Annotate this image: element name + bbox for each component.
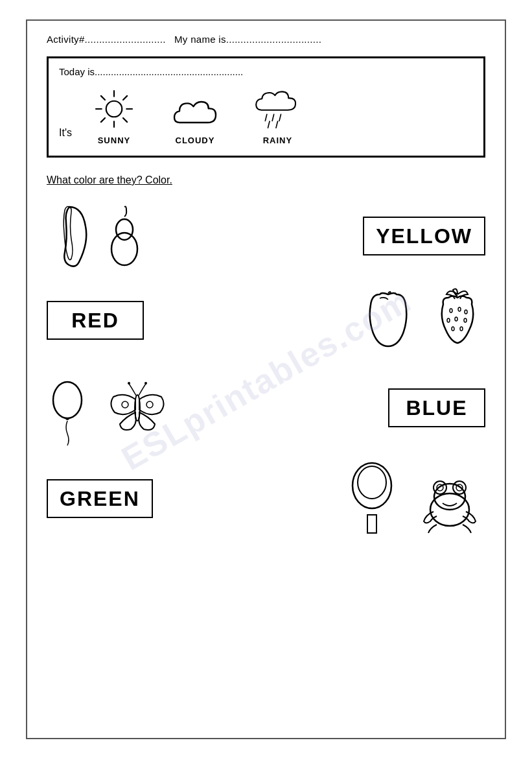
svg-point-14 [116,219,133,240]
balloon-icon [47,369,89,447]
yellow-text: YELLOW [376,224,472,248]
green-items [343,460,485,538]
svg-line-13 [276,121,278,128]
weather-row: It's [59,86,473,145]
color-row-blue: BLUE [47,369,485,447]
today-dots: ........................................… [95,66,243,77]
svg-point-36 [453,481,466,494]
name-dots: ................................. [226,34,321,45]
red-items [359,285,485,356]
weather-box: Today is................................… [47,56,485,158]
svg-point-28 [122,401,128,408]
svg-point-29 [146,401,153,408]
color-section: What color are they? Color. YELLOW [47,174,485,538]
svg-point-17 [458,307,461,311]
yellow-color-box: YELLOW [363,217,485,255]
sunny-icon [91,86,137,132]
svg-point-22 [452,327,454,331]
svg-line-7 [123,96,127,100]
svg-line-9 [265,114,267,121]
weather-item-sunny: SUNNY [91,86,137,145]
tree-icon [343,460,401,538]
svg-line-12 [268,121,270,128]
today-label: Today is [59,66,95,77]
strawberry-icon [430,285,485,356]
rainy-icon [253,86,302,132]
color-row-red: RED [47,285,485,356]
banana-icon [47,200,92,272]
red-text: RED [71,309,119,333]
red-color-box: RED [47,301,144,340]
page: ESLprintables.com Activity#.............… [26,19,506,739]
color-row-yellow: YELLOW [47,200,485,272]
blue-color-box: BLUE [388,388,485,427]
svg-point-16 [450,309,452,313]
name-label: My name is [174,34,226,45]
color-row-green: GREEN [47,460,485,538]
green-color-box: GREEN [47,479,153,518]
cloudy-icon [169,93,221,132]
activity-dots: ............................ [85,34,166,45]
svg-point-24 [53,382,82,418]
svg-line-8 [101,118,105,122]
svg-line-5 [101,96,105,100]
svg-point-21 [464,318,467,322]
blue-text: BLUE [406,396,467,420]
svg-point-20 [455,317,457,321]
frog-icon [414,463,485,534]
today-line: Today is................................… [59,66,473,77]
blue-items [47,369,173,447]
svg-point-0 [106,101,122,117]
svg-point-27 [145,382,147,385]
yellow-items [47,200,144,272]
svg-line-6 [123,118,127,122]
svg-point-32 [358,466,386,499]
weather-items: SUNNY CLOUDY [91,86,302,145]
green-text: GREEN [60,487,140,511]
cloudy-label: CLOUDY [176,136,215,145]
svg-line-11 [279,114,281,121]
svg-point-15 [111,233,137,265]
weather-item-rainy: RAINY [253,86,302,145]
pear-icon [105,200,144,272]
svg-point-26 [128,382,130,385]
weather-item-cloudy: CLOUDY [169,93,221,145]
svg-point-18 [465,310,467,314]
activity-label: Activity# [47,34,85,45]
rainy-label: RAINY [263,136,292,145]
sunny-label: SUNNY [98,136,131,145]
butterfly-icon [102,372,173,444]
its-label: It's [59,127,72,145]
apple-icon [359,287,417,355]
svg-point-19 [447,318,450,322]
color-title: What color are they? Color. [47,174,485,186]
svg-line-10 [272,114,274,121]
svg-rect-30 [367,515,376,533]
header-line: Activity#............................ My… [47,34,485,45]
svg-point-23 [460,327,463,331]
svg-point-35 [434,481,446,494]
